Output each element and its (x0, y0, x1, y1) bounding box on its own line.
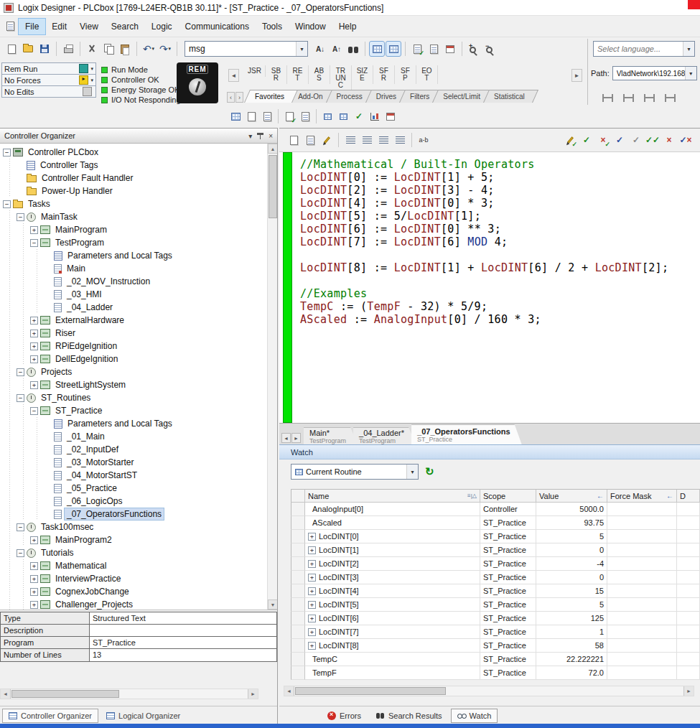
expand-icon[interactable]: + (30, 536, 38, 544)
palette-tab-statistical[interactable]: Statistical (486, 90, 536, 103)
expand-icon[interactable]: + (30, 317, 38, 325)
finalize-edits-icon[interactable]: ✓× (678, 133, 693, 147)
watch-force-mask[interactable] (607, 653, 677, 666)
trend-icon[interactable] (368, 109, 382, 123)
instruction-abs[interactable]: ABS (309, 65, 330, 84)
menu-communications[interactable]: Communications (179, 19, 256, 34)
expand-icon[interactable]: + (30, 226, 38, 234)
collapse-icon[interactable]: − (17, 394, 24, 402)
collapse-icon[interactable]: − (30, 407, 38, 415)
instruction-eot[interactable]: EOT (416, 65, 438, 84)
expand-icon[interactable]: + (308, 587, 316, 595)
tree-item-parameters-and-local-tags[interactable]: Parameters and Local Tags (3, 249, 267, 262)
expand-icon[interactable]: + (308, 601, 316, 609)
expand-icon[interactable]: + (308, 642, 316, 650)
scroll-up-icon[interactable]: ▲ (268, 144, 277, 154)
tree-item-interviewpractice[interactable]: +InterviewPractice (3, 572, 267, 585)
tab-watch[interactable]: Watch (451, 709, 498, 723)
auto-hide-pin-icon[interactable] (257, 132, 263, 139)
expand-icon[interactable]: + (30, 381, 38, 389)
row-selector[interactable] (291, 625, 305, 639)
watch-row-analoginput-0[interactable]: AnalogInput[0]Controller5000.0 (291, 503, 700, 516)
undo-icon[interactable]: ↶▾ (141, 42, 156, 56)
watch-row-tempc[interactable]: TempCST_Practice22.222221 (291, 653, 700, 666)
cut-icon[interactable] (85, 42, 99, 56)
code-line[interactable]: //Mathematical / Built-In Operators (300, 158, 668, 171)
column-header-scope[interactable]: Scope (480, 489, 536, 503)
tag-editor-icon[interactable] (228, 109, 243, 123)
find-up-icon[interactable]: A↑ (330, 42, 344, 56)
tree-item-cognexjobchange[interactable]: +CognexJobChange (3, 585, 267, 598)
toggle-bit-icon[interactable] (336, 109, 350, 123)
toggle-watch-window-icon[interactable] (386, 42, 401, 56)
cancel-pending-edits-icon[interactable]: ×✓ (596, 133, 610, 147)
zoom-in-icon[interactable]: + (467, 42, 481, 56)
row-selector[interactable] (291, 571, 305, 584)
code-line[interactable]: LocDINT[2] := LocDINT[3] - 4; (300, 184, 668, 197)
watch-value[interactable]: -4 (536, 557, 607, 571)
paste-icon[interactable] (118, 42, 132, 56)
watch-force-mask[interactable] (607, 666, 677, 680)
refresh-icon[interactable]: ↻ (425, 465, 434, 478)
new-tag-icon[interactable] (244, 109, 258, 123)
menu-tools[interactable]: Tools (256, 19, 289, 34)
watch-row-locdint-5[interactable]: +LocDINT[5]ST_Practice5 (291, 598, 700, 612)
watch-row-locdint-8[interactable]: +LocDINT[8]ST_Practice58 (291, 639, 700, 653)
column-header-force-mask[interactable]: Force Mask← (607, 489, 677, 503)
tree-item-03-motorstarter[interactable]: _03_MotorStarter (3, 456, 267, 469)
vertical-scrollbar[interactable]: ▲ ▼ (267, 144, 277, 610)
menu-help[interactable]: Help (332, 19, 363, 34)
tree-item-st-routines[interactable]: −ST_Routines (3, 391, 267, 404)
row-selector[interactable] (291, 530, 305, 543)
test-edits-icon[interactable]: ✓ (612, 133, 627, 147)
tree-item-streetlightsystem[interactable]: +StreetLightSystem (3, 378, 267, 391)
tree-item-rpiedgeignition[interactable]: +RPiEdgeIgnition (3, 340, 267, 353)
expand-icon[interactable]: + (308, 615, 316, 622)
collapse-icon[interactable]: − (17, 549, 24, 557)
watch-value[interactable]: 93.75 (536, 516, 607, 530)
watch-value[interactable]: 125 (536, 612, 607, 625)
watch-force-mask[interactable] (607, 612, 677, 625)
instruction-size[interactable]: SIZE (352, 65, 373, 84)
palette-scroll-right-icon[interactable]: ► (571, 69, 582, 82)
watch-row-locdint-4[interactable]: +LocDINT[4]ST_Practice15 (291, 584, 700, 598)
collapse-icon[interactable]: − (17, 523, 24, 531)
horizontal-scrollbar[interactable]: ◄ ► (0, 689, 258, 699)
tree-item-challenger-projects[interactable]: +Challenger_Projects (3, 598, 267, 610)
rung-comment-icon[interactable] (642, 90, 656, 105)
comment-lines-icon[interactable] (376, 133, 391, 147)
tree-item-mainprogram[interactable]: +MainProgram (3, 223, 267, 236)
find-down-icon[interactable]: A↓ (313, 42, 327, 56)
code-line[interactable]: LocDINT[4] := LocDINT[0] * 3; (300, 197, 668, 210)
save-icon[interactable] (37, 42, 52, 56)
row-selector[interactable] (291, 584, 305, 598)
instruction-jsr[interactable]: JSR (244, 65, 266, 77)
export-tags-icon[interactable] (298, 109, 312, 123)
redo-icon[interactable]: ↷▾ (158, 42, 172, 56)
chevron-down-icon[interactable]: ▾ (406, 465, 418, 479)
tab-scroll-right-icon[interactable]: › (235, 92, 243, 103)
chevron-down-icon[interactable]: ▾ (683, 42, 694, 56)
uncomment-lines-icon[interactable] (393, 133, 407, 147)
scroll-left-icon[interactable]: ◄ (1, 689, 11, 699)
watch-force-mask[interactable] (607, 639, 677, 653)
watch-force-mask[interactable] (607, 530, 677, 543)
column-header-name[interactable]: Name≡|△ (305, 489, 480, 503)
palette-tab-select-limit[interactable]: Select/Limit (435, 90, 491, 103)
tree-item-st-practice[interactable]: −ST_Practice (3, 404, 267, 417)
chevron-down-icon[interactable]: ▾ (90, 78, 93, 83)
expand-icon[interactable]: + (30, 355, 38, 363)
st-editor[interactable]: //Mathematical / Built-In OperatorsLocDI… (279, 152, 700, 423)
horizontal-scrollbar[interactable]: ◄ ► (284, 686, 694, 696)
watch-force-mask[interactable] (607, 598, 677, 612)
watch-force-mask[interactable] (607, 516, 677, 530)
watch-row-locdint-6[interactable]: +LocDINT[6]ST_Practice125 (291, 612, 700, 625)
tree-item-04-motorstartst[interactable]: _04_MotorStartST (3, 469, 267, 482)
code-line[interactable]: LocDINT[5] := 5/LocDINT[1]; (300, 210, 668, 223)
tab-logical-organizer[interactable]: Logical Organizer (100, 709, 187, 723)
chevron-down-icon[interactable]: ▾ (685, 67, 696, 80)
find-all-icon[interactable] (346, 42, 360, 56)
watch-value[interactable]: 5000.0 (536, 503, 607, 516)
watch-value[interactable]: 5 (536, 530, 607, 543)
code-line[interactable] (300, 274, 668, 287)
